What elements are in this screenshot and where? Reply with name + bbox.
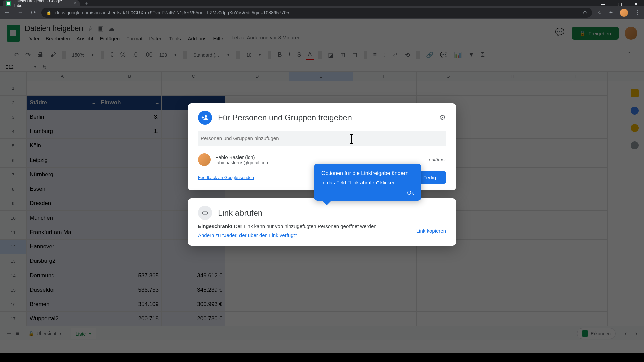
bookmark-icon[interactable]: ☆ (597, 9, 602, 16)
close-tab-icon[interactable]: × (74, 1, 76, 6)
tooltip-title: Optionen für die Linkfreigabe ändern (321, 170, 414, 177)
zoom-icon[interactable]: ⊕ (583, 10, 587, 15)
chrome-menu-icon[interactable]: ⋮ (635, 9, 640, 16)
link-description: Der Link kann nur von hinzugefügten Pers… (234, 223, 377, 229)
person-role: entümer (429, 157, 446, 162)
window-controls: — ▢ ✕ (595, 0, 644, 8)
browser-tab[interactable]: Dateien freigeben - Google Tabe × (3, 0, 80, 6)
hint-tooltip: Optionen für die Linkfreigabe ändern In … (314, 164, 421, 201)
forward-button[interactable]: → (17, 9, 23, 16)
text-cursor (351, 135, 352, 143)
person-avatar (198, 153, 211, 166)
feedback-link[interactable]: Feedback an Google senden (198, 175, 254, 180)
tooltip-ok-button[interactable]: Ok (321, 190, 414, 196)
minimize-button[interactable]: — (595, 0, 611, 8)
extensions-icon[interactable]: ✦ (609, 9, 613, 16)
reload-button[interactable]: ⟳ (31, 9, 36, 16)
lock-icon: 🔒 (46, 10, 51, 15)
add-people-input[interactable] (198, 131, 446, 146)
maximize-button[interactable]: ▢ (611, 0, 628, 8)
change-link-access[interactable]: Ändern zu "Jeder, der über den Link verf… (198, 232, 297, 239)
close-window-button[interactable]: ✕ (628, 0, 644, 8)
gear-icon[interactable]: ⚙ (439, 113, 446, 122)
link-icon (198, 206, 212, 220)
back-button[interactable]: ← (4, 9, 10, 16)
get-link-title: Link abrufen (218, 208, 446, 218)
tab-title: Dateien freigeben - Google Tabe (14, 0, 71, 8)
sheets-favicon (6, 1, 11, 6)
address-bar[interactable]: 🔒 docs.google.com/spreadsheets/d/1L0CRXr… (41, 8, 592, 18)
tooltip-body: In das Feld "Link abrufen" klicken (321, 180, 414, 185)
url-text: docs.google.com/spreadsheets/d/1L0CRXrgx… (55, 10, 579, 15)
link-restricted-label: Eingeschränkt (198, 223, 232, 229)
person-name: Fabio Basler (ich) (215, 154, 424, 160)
copy-link-button[interactable]: Link kopieren (416, 228, 446, 234)
share-dialog-title: Für Personen und Gruppen freigeben (218, 113, 433, 122)
profile-avatar[interactable] (620, 9, 628, 17)
person-add-icon (198, 111, 212, 125)
new-tab-button[interactable]: + (85, 0, 89, 7)
